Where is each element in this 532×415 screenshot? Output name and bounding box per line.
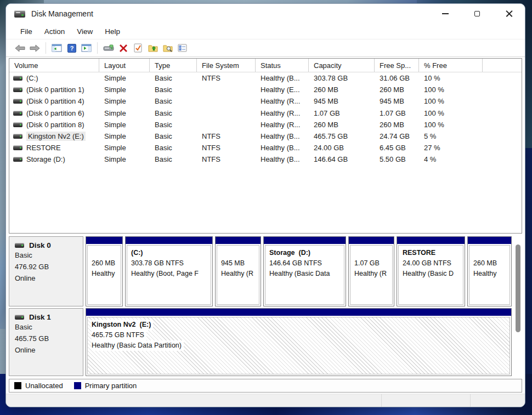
partition-block-c[interactable]: (C:)303.78 GB NTFSHealthy (Boot, Page F <box>125 236 213 306</box>
volume-name: Kingston Nv2 (E:) <box>26 132 86 141</box>
primary-partition-band <box>86 237 122 244</box>
menu-file[interactable]: File <box>14 25 38 38</box>
volume-name: (Disk 0 partition 1) <box>26 86 84 94</box>
pct-free-cell: 100 % <box>419 97 483 105</box>
partition-label: Kingston Nv2 (E:) <box>92 320 153 330</box>
disk-0-label-panel[interactable]: Disk 0 Basic 476.92 GB Online <box>9 236 83 306</box>
partition-label: RESTORE <box>403 248 462 258</box>
table-row[interactable]: (Disk 0 partition 1) Simple Basic Health… <box>9 84 522 95</box>
explore-icon[interactable] <box>160 41 175 55</box>
properties-icon[interactable] <box>175 41 190 55</box>
status-bar-section <box>381 394 470 407</box>
table-row[interactable]: RESTORE Simple Basic NTFS Healthy (B... … <box>9 142 522 154</box>
disk-name: Disk 1 <box>29 313 51 321</box>
forward-arrow-icon[interactable] <box>27 41 42 55</box>
column-header-volume[interactable]: Volume <box>9 59 99 72</box>
partition-size: 465.75 GB NTFS <box>92 330 146 340</box>
partition-block-kingston-e-selected[interactable]: Kingston Nv2 (E:)465.75 GB NTFSHealthy (… <box>86 308 512 376</box>
table-row-selected[interactable]: Kingston Nv2 (E:) Simple Basic NTFS Heal… <box>9 130 522 142</box>
title-bar: Disk Management <box>6 4 525 24</box>
window-title: Disk Management <box>31 9 93 18</box>
pct-free-cell: 100 % <box>419 109 483 117</box>
disk-1-row: Disk 1 Basic 465.75 GB Online Kingston N… <box>9 308 522 376</box>
capacity-cell: 945 MB <box>309 97 375 105</box>
layout-cell: Simple <box>99 109 150 117</box>
free-space-cell: 31.06 GB <box>375 74 419 82</box>
disk-1-label-panel[interactable]: Disk 1 Basic 465.75 GB Online <box>9 308 83 376</box>
partition-size: 1.07 GB <box>354 258 391 269</box>
type-cell: Basic <box>150 74 197 82</box>
volume-cell: (Disk 0 partition 8) <box>9 121 99 129</box>
vertical-scrollbar-thumb[interactable] <box>516 245 520 332</box>
column-header-file-system[interactable]: File System <box>197 59 256 72</box>
volume-drive-icon <box>13 122 22 127</box>
capacity-cell: 1.07 GB <box>309 109 375 117</box>
column-header-layout[interactable]: Layout <box>99 59 150 72</box>
disk-type: Basic <box>15 322 83 333</box>
menu-action[interactable]: Action <box>38 25 71 38</box>
status-bar-section <box>6 394 381 407</box>
layout-cell: Simple <box>99 121 150 129</box>
free-space-cell: 24.74 GB <box>375 132 419 140</box>
partition-block[interactable]: 260 MBHealthy <box>86 236 123 306</box>
legend-item-unallocated: Unallocated <box>14 382 63 390</box>
help-icon[interactable]: ? <box>64 41 79 55</box>
close-button[interactable] <box>493 4 525 24</box>
partition-status: Healthy (Boot, Page F <box>131 269 210 279</box>
table-row[interactable]: (Disk 0 partition 4) Simple Basic Health… <box>9 95 522 107</box>
partition-block[interactable]: 1.07 GBHealthy (R <box>348 236 394 306</box>
volume-name: RESTORE <box>26 144 61 152</box>
import-foreign-disks-icon[interactable] <box>145 41 160 55</box>
mark-partition-active-icon[interactable] <box>131 41 145 55</box>
status-bar-section <box>470 394 525 407</box>
partition-label <box>221 248 258 258</box>
minimize-button[interactable] <box>429 4 461 24</box>
column-header-status[interactable]: Status <box>256 59 309 72</box>
volume-cell: (C:) <box>9 74 99 82</box>
primary-partition-band <box>86 309 511 316</box>
disk-1-partition-strip: Kingston Nv2 (E:)465.75 GB NTFSHealthy (… <box>86 308 512 376</box>
status-cell: Healthy (B... <box>256 144 309 152</box>
volume-name: Storage (D:) <box>26 155 65 163</box>
capacity-cell: 260 MB <box>309 121 375 129</box>
partition-block-restore[interactable]: RESTORE24.00 GB NTFSHealthy (Basic D <box>397 236 465 306</box>
legend-label: Unallocated <box>25 382 63 390</box>
table-row[interactable]: (Disk 0 partition 6) Simple Basic Health… <box>9 107 522 119</box>
disk-0-row: Disk 0 Basic 476.92 GB Online 260 MBHeal… <box>9 236 522 306</box>
column-header-type[interactable]: Type <box>150 59 197 72</box>
volume-name: (Disk 0 partition 8) <box>26 121 84 129</box>
table-row[interactable]: (Disk 0 partition 8) Simple Basic Health… <box>9 119 522 130</box>
menu-view[interactable]: View <box>71 25 99 38</box>
free-space-cell: 6.45 GB <box>375 144 419 152</box>
menu-help[interactable]: Help <box>99 25 126 38</box>
status-cell: Healthy (R... <box>256 121 309 129</box>
partition-size: 945 MB <box>221 258 258 269</box>
partition-status: Healthy (R <box>221 269 258 279</box>
volume-drive-icon <box>13 76 22 81</box>
table-row[interactable]: Storage (D:) Simple Basic NTFS Healthy (… <box>9 154 522 165</box>
pct-free-cell: 4 % <box>419 155 483 163</box>
primary-partition-band <box>349 237 394 244</box>
partition-block-storage-d[interactable]: Storage (D:)146.64 GB NTFSHealthy (Basic… <box>263 236 346 306</box>
partition-status: Healthy (Basic Data Partition) <box>92 340 184 351</box>
delete-volume-icon[interactable] <box>116 41 131 55</box>
layout-cell: Simple <box>99 97 150 105</box>
partition-status: Healthy <box>92 269 120 279</box>
column-header-capacity[interactable]: Capacity <box>309 59 375 72</box>
partition-block[interactable]: 260 MBHealthy <box>467 236 512 306</box>
volume-name: (Disk 0 partition 4) <box>26 97 84 105</box>
maximize-button[interactable] <box>461 4 493 24</box>
back-arrow-icon[interactable] <box>13 41 27 55</box>
type-cell: Basic <box>150 132 197 140</box>
show-action-pane-icon[interactable] <box>79 41 94 55</box>
disk-status-icon[interactable] <box>101 41 116 55</box>
column-header-free-space[interactable]: Free Sp... <box>375 59 419 72</box>
capacity-cell: 303.78 GB <box>309 74 375 82</box>
partition-size: 260 MB <box>92 258 120 269</box>
volume-cell: (Disk 0 partition 1) <box>9 86 99 94</box>
column-header-pct-free[interactable]: % Free <box>419 59 483 72</box>
show-console-tree-icon[interactable] <box>49 41 64 55</box>
disk-management-window: Disk Management File Action View Help ? <box>5 3 525 407</box>
partition-block[interactable]: 945 MBHealthy (R <box>215 236 261 306</box>
table-row[interactable]: (C:) Simple Basic NTFS Healthy (B... 303… <box>9 72 522 84</box>
